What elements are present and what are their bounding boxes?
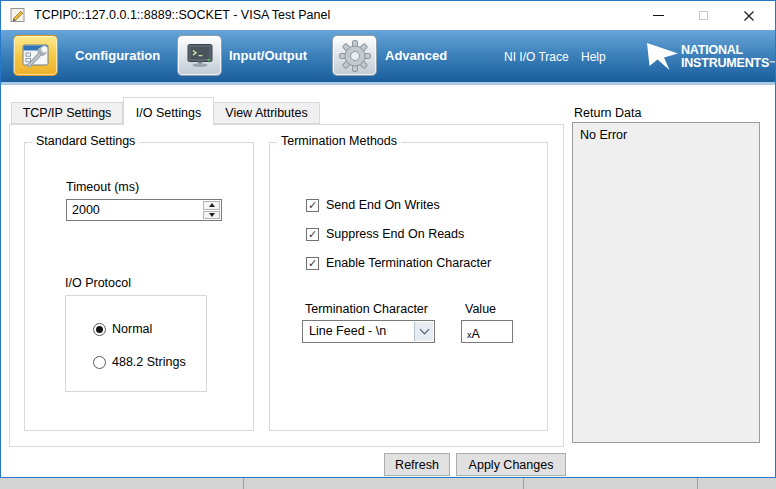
timeout-field — [66, 199, 222, 221]
io-protocol-box: Normal 488.2 Strings — [65, 295, 207, 392]
termination-character-dropdown[interactable]: Line Feed - \n — [302, 320, 435, 343]
radio-normal-label: Normal — [112, 322, 152, 336]
apply-changes-button[interactable]: Apply Changes — [456, 453, 566, 476]
tab-view-attributes-label: View Attributes — [225, 106, 307, 120]
brand-line2: INSTRUMENTS — [681, 56, 769, 70]
termination-methods-group: Termination Methods ✓ Send End On Writes… — [269, 142, 548, 431]
tab-tcpip-settings[interactable]: TCP/IP Settings — [11, 102, 123, 124]
titlebar[interactable]: TCPIP0::127.0.0.1::8889::SOCKET - VISA T… — [1, 1, 775, 30]
value-label: Value — [465, 302, 496, 316]
dropdown-button[interactable] — [414, 322, 433, 341]
return-data-label: Return Data — [574, 106, 641, 120]
minimize-button[interactable] — [636, 1, 681, 30]
checkbox-enable-termination-character-label: Enable Termination Character — [326, 256, 491, 270]
background-desktop-strip — [0, 478, 776, 489]
standard-settings-group: Standard Settings Timeout (ms) I/O Proto… — [24, 142, 254, 431]
io-protocol-label: I/O Protocol — [65, 276, 131, 290]
return-data-box: No Error — [572, 122, 760, 443]
radio-4882-strings[interactable]: 488.2 Strings — [93, 355, 186, 369]
advanced-button[interactable] — [332, 35, 377, 76]
terminal-monitor-icon — [185, 41, 215, 71]
background-divider — [523, 478, 524, 489]
gear-icon — [338, 39, 372, 73]
termination-methods-legend: Termination Methods — [277, 134, 401, 148]
ni-eagle-logo — [645, 39, 681, 75]
ni-brand-logo: NATIONAL INSTRUMENTS™ — [645, 39, 775, 75]
toolbar-item-configuration-label: Configuration — [75, 48, 160, 63]
toolbar: Configuration Input/Output — [1, 30, 775, 85]
radio-button-icon — [93, 356, 106, 369]
timeout-input[interactable] — [67, 200, 199, 220]
window-wrench-icon — [20, 40, 52, 72]
checkbox-suppress-end-on-reads-label: Suppress End On Reads — [326, 227, 464, 241]
termination-character-value: Line Feed - \n — [309, 324, 386, 338]
radio-button-icon — [93, 323, 106, 336]
refresh-button[interactable]: Refresh — [384, 453, 450, 476]
termination-character-label: Termination Character — [305, 302, 428, 316]
standard-settings-legend: Standard Settings — [32, 134, 139, 148]
visa-test-panel-window: TCPIP0::127.0.0.1::8889::SOCKET - VISA T… — [0, 0, 776, 478]
close-button[interactable] — [726, 1, 771, 30]
toolbar-item-advanced-label: Advanced — [385, 48, 447, 63]
radio-normal[interactable]: Normal — [93, 322, 152, 336]
menu-help[interactable]: Help — [581, 50, 606, 64]
tab-tcpip-settings-label: TCP/IP Settings — [23, 106, 112, 120]
checkbox-icon: ✓ — [306, 257, 319, 270]
value-char: A — [472, 327, 480, 341]
input-output-button[interactable] — [177, 35, 222, 76]
timeout-spin-down-button[interactable] — [203, 211, 220, 220]
background-divider — [243, 478, 244, 489]
close-icon — [743, 10, 755, 22]
app-icon — [10, 7, 26, 23]
menu-ni-io-trace[interactable]: NI I/O Trace — [504, 50, 569, 64]
checkbox-icon: ✓ — [306, 199, 319, 212]
checkbox-icon: ✓ — [306, 228, 319, 241]
radio-4882-strings-label: 488.2 Strings — [112, 355, 186, 369]
tab-io-settings[interactable]: I/O Settings — [123, 97, 214, 125]
maximize-button[interactable] — [681, 1, 726, 30]
checkbox-send-end-on-writes[interactable]: ✓ Send End On Writes — [306, 198, 440, 212]
tab-view-attributes[interactable]: View Attributes — [213, 102, 320, 124]
timeout-spin-up-button[interactable] — [203, 201, 220, 210]
value-field[interactable]: xA — [461, 320, 513, 343]
minimize-icon — [653, 15, 664, 16]
brand-trademark: ™ — [769, 60, 775, 66]
arrow-down-icon — [209, 213, 215, 217]
checkbox-send-end-on-writes-label: Send End On Writes — [326, 198, 440, 212]
timeout-spinner — [203, 201, 220, 219]
timeout-label: Timeout (ms) — [66, 180, 139, 194]
return-data-value: No Error — [580, 128, 627, 142]
window-controls — [636, 1, 771, 30]
configuration-button[interactable] — [13, 35, 58, 76]
toolbar-item-input-output-label: Input/Output — [229, 48, 307, 63]
background-divider — [697, 478, 698, 489]
tab-io-settings-label: I/O Settings — [136, 106, 201, 120]
chevron-down-icon — [419, 325, 429, 335]
arrow-up-icon — [209, 203, 215, 207]
maximize-icon — [699, 11, 708, 20]
window-title: TCPIP0::127.0.0.1::8889::SOCKET - VISA T… — [34, 1, 330, 30]
checkbox-enable-termination-character[interactable]: ✓ Enable Termination Character — [306, 256, 491, 270]
checkbox-suppress-end-on-reads[interactable]: ✓ Suppress End On Reads — [306, 227, 464, 241]
